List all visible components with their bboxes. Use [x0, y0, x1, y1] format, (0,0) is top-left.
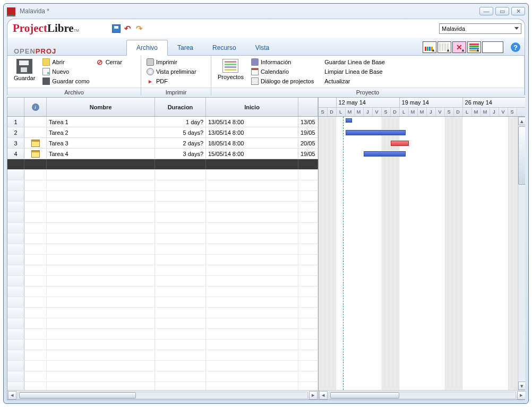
empty-row[interactable]: [7, 212, 318, 223]
row-end[interactable]: 19/05: [298, 127, 318, 137]
abrir-button[interactable]: Abrir: [41, 58, 90, 66]
table-row[interactable]: 2Tarea 25 days?13/05/14 8:0019/05: [7, 127, 318, 138]
col-header-indicator[interactable]: i: [24, 98, 47, 116]
row-duration[interactable]: 1 day?: [155, 117, 206, 127]
col-header-duracion[interactable]: Duracion: [155, 98, 206, 116]
tab-vista[interactable]: Vista: [246, 40, 279, 55]
quick-save-icon[interactable]: [112, 24, 121, 33]
row-index[interactable]: 3: [7, 138, 24, 148]
view-bars-icon[interactable]: [423, 41, 436, 53]
table-row[interactable]: 4Tarea 43 days?15/05/14 8:0019/05: [7, 149, 318, 159]
empty-row[interactable]: [7, 223, 318, 233]
view-line-icon[interactable]: [437, 41, 451, 53]
calendario-button[interactable]: Calendario: [250, 67, 315, 76]
empty-row[interactable]: [7, 318, 318, 329]
scroll-up-icon[interactable]: ▴: [518, 117, 525, 125]
empty-row[interactable]: [7, 350, 318, 361]
scroll-thumb[interactable]: [19, 392, 136, 399]
tab-tarea[interactable]: Tarea: [168, 40, 203, 55]
table-row[interactable]: 3Tarea 32 days?18/05/14 8:0020/05: [7, 138, 318, 149]
scroll-down-icon[interactable]: ▾: [518, 382, 525, 390]
limpiar-base-button[interactable]: Limpiar Linea de Base: [323, 67, 386, 76]
col-header-nombre[interactable]: Nombre: [47, 98, 155, 116]
row-name[interactable]: Tarea 1: [47, 117, 155, 127]
empty-row[interactable]: [7, 191, 318, 202]
close-button[interactable]: ✕: [511, 7, 525, 15]
row-name[interactable]: Tarea 3: [47, 138, 155, 148]
gantt-bar-1[interactable]: [346, 118, 352, 123]
scroll-left-icon[interactable]: ◂: [8, 391, 16, 400]
row-icon-cell[interactable]: [24, 138, 47, 148]
minimize-button[interactable]: —: [479, 7, 493, 15]
row-duration[interactable]: 5 days?: [155, 127, 206, 137]
guardar-base-button[interactable]: Guardar Linea de Base: [323, 58, 386, 66]
guardar-button[interactable]: Guardar: [12, 58, 37, 82]
row-start[interactable]: 13/05/14 8:00: [206, 127, 298, 137]
empty-row[interactable]: [7, 180, 318, 191]
view-remove-icon[interactable]: [452, 41, 466, 53]
gantt-scroll-thumb[interactable]: [330, 392, 399, 399]
row-index[interactable]: 2: [7, 127, 24, 137]
gantt-bar-4[interactable]: [364, 151, 406, 157]
empty-row[interactable]: [7, 297, 318, 308]
gantt-scroll-left-icon[interactable]: ◂: [319, 391, 328, 400]
row-icon-cell[interactable]: [24, 127, 47, 137]
gantt-h-scrollbar[interactable]: ◂ ▸: [319, 390, 525, 400]
row-duration[interactable]: 3 days?: [155, 149, 206, 159]
empty-row[interactable]: [7, 265, 318, 276]
maximize-button[interactable]: ▭: [495, 7, 509, 15]
row-end[interactable]: 19/05: [298, 149, 318, 159]
table-row[interactable]: 1Tarea 11 day?13/05/14 8:0013/05: [7, 117, 318, 127]
grid-h-scrollbar[interactable]: ◂ ▸: [7, 390, 318, 400]
imprimir-button[interactable]: Imprimir: [145, 58, 198, 66]
scroll-right-icon[interactable]: ▸: [309, 391, 318, 400]
gantt-bar-3[interactable]: [391, 141, 409, 146]
table-row-selected[interactable]: [7, 159, 318, 170]
row-name[interactable]: Tarea 4: [47, 149, 155, 159]
col-header-fin[interactable]: [298, 98, 318, 116]
help-icon[interactable]: ?: [511, 42, 520, 52]
actualizar-button[interactable]: Actualizar: [323, 77, 386, 85]
row-index[interactable]: 4: [7, 149, 24, 159]
gantt-bar-2[interactable]: [346, 130, 406, 135]
tab-recurso[interactable]: Recurso: [203, 40, 246, 55]
empty-row[interactable]: [7, 287, 318, 297]
col-header-index[interactable]: [7, 98, 24, 116]
project-dropdown[interactable]: Malavida: [439, 23, 521, 34]
row-start[interactable]: 18/05/14 8:00: [206, 138, 298, 148]
proyectos-button[interactable]: Proyectos: [216, 58, 246, 81]
redo-icon[interactable]: ↷: [135, 24, 144, 33]
row-name[interactable]: Tarea 2: [47, 127, 155, 137]
nuevo-button[interactable]: Nuevo: [41, 67, 90, 76]
row-start[interactable]: 15/05/14 8:00: [206, 149, 298, 159]
view-blank[interactable]: [482, 41, 503, 53]
empty-row[interactable]: [7, 371, 318, 382]
empty-row[interactable]: [7, 202, 318, 212]
gantt-v-scrollbar[interactable]: ▴ ▾: [518, 117, 525, 390]
row-end[interactable]: 13/05: [298, 117, 318, 127]
cerrar-button[interactable]: ⊘Cerrar: [95, 58, 123, 66]
empty-row[interactable]: [7, 170, 318, 180]
tab-archivo[interactable]: Archivo: [126, 40, 168, 56]
empty-row[interactable]: [7, 329, 318, 340]
empty-row[interactable]: [7, 276, 318, 287]
empty-row[interactable]: [7, 255, 318, 265]
informacion-button[interactable]: Información: [250, 58, 315, 66]
row-icon-cell[interactable]: [24, 117, 47, 127]
row-start[interactable]: 13/05/14 8:00: [206, 117, 298, 127]
preview-button[interactable]: Vista preliminar: [145, 67, 198, 76]
gantt-scroll-right-icon[interactable]: ▸: [517, 391, 525, 400]
empty-row[interactable]: [7, 361, 318, 371]
undo-icon[interactable]: ↶: [124, 24, 132, 33]
row-end[interactable]: 20/05: [298, 138, 318, 148]
view-stack-icon[interactable]: [467, 41, 481, 53]
dialogo-button[interactable]: Diálogo de projectos: [250, 77, 315, 85]
empty-row[interactable]: [7, 244, 318, 255]
empty-row[interactable]: [7, 308, 318, 318]
row-index[interactable]: 1: [7, 117, 24, 127]
pdf-button[interactable]: ▸PDF: [145, 77, 198, 85]
v-scroll-thumb[interactable]: [518, 126, 525, 185]
guardar-como-button[interactable]: Guardar como: [41, 77, 90, 85]
empty-row[interactable]: [7, 382, 318, 390]
row-icon-cell[interactable]: [24, 149, 47, 159]
